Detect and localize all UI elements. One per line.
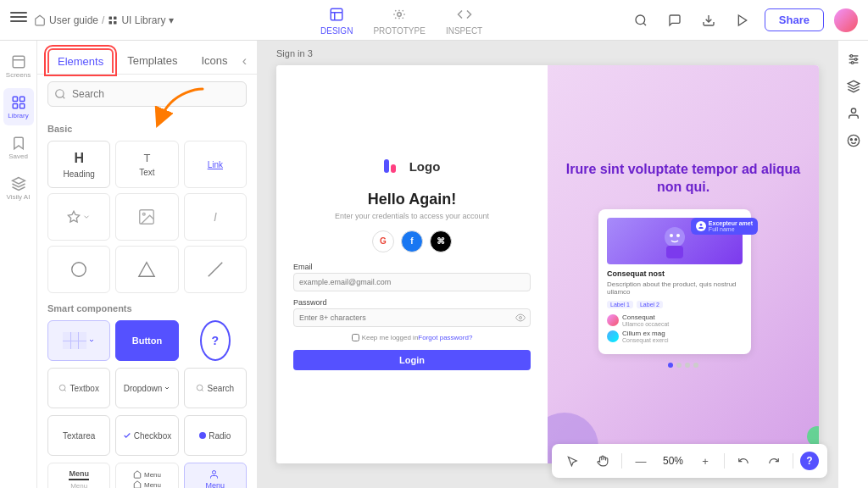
library-breadcrumb-icon <box>108 15 118 25</box>
right-panel-user-icon[interactable] <box>842 102 865 125</box>
menu-item-2[interactable]: Menu Menu <box>115 463 178 488</box>
hamburger-menu-icon[interactable] <box>10 12 27 29</box>
sidebar-item-library[interactable]: Library <box>3 88 34 125</box>
sidebar-label-saved: Saved <box>8 152 28 160</box>
basic-item-italic[interactable]: I <box>184 193 247 241</box>
tab-design[interactable]: DESIGN <box>320 4 353 36</box>
textarea-label: Textarea <box>63 431 95 441</box>
play-icon-btn[interactable] <box>731 8 754 32</box>
user1-name: Consequat <box>622 313 669 321</box>
login-button[interactable]: Login <box>293 350 531 370</box>
search-icon-btn[interactable] <box>629 8 653 32</box>
menu-item-3[interactable]: Menu <box>184 463 247 488</box>
chat-icon-btn[interactable] <box>663 8 687 32</box>
svg-point-30 <box>700 224 703 226</box>
smart-item-textbox[interactable]: Textbox <box>47 368 110 408</box>
tab-elements[interactable]: Elements <box>47 48 114 73</box>
basic-item-text[interactable]: T Text <box>115 141 178 188</box>
google-social-btn[interactable]: G <box>372 230 394 252</box>
line-icon <box>206 260 225 279</box>
smart-item-table[interactable] <box>47 320 110 361</box>
smart-item-checkbox[interactable]: Checkbox <box>115 415 178 456</box>
text-label: Text <box>139 168 154 177</box>
svg-rect-3 <box>114 21 117 25</box>
facebook-social-btn[interactable]: f <box>401 230 423 252</box>
svg-point-35 <box>854 58 857 61</box>
password-field-group: Password <box>293 298 531 327</box>
apple-social-btn[interactable]: ⌘ <box>430 230 452 252</box>
breadcrumb-library[interactable]: UI Library <box>121 14 165 26</box>
card-desc-title: Consequat nost <box>607 269 743 278</box>
redo-btn[interactable] <box>762 449 786 473</box>
tab-prototype[interactable]: PROTOTYPE <box>373 4 426 36</box>
right-panel-layers-icon[interactable] <box>842 75 865 98</box>
basic-item-line[interactable] <box>184 246 247 293</box>
smart-item-dropdown[interactable]: Dropdown <box>115 368 178 408</box>
svg-point-38 <box>851 108 855 113</box>
sidebar-item-visily-ai[interactable]: Visily AI <box>3 169 34 207</box>
checkbox-label: Checkbox <box>134 431 171 441</box>
hand-tool-btn[interactable] <box>591 449 615 473</box>
search-input[interactable] <box>47 81 247 107</box>
topbar-right: Share <box>629 8 858 32</box>
zoom-out-btn[interactable]: — <box>629 449 653 473</box>
right-panel-palette-icon[interactable] <box>842 129 865 152</box>
avatar[interactable] <box>834 8 858 32</box>
email-input[interactable] <box>293 273 531 291</box>
panel-collapse-icon[interactable]: ‹ <box>242 53 247 69</box>
undo-btn[interactable] <box>732 449 755 473</box>
screens-icon <box>11 54 26 69</box>
checkbox-grid: Textarea Checkbox Radio <box>47 415 247 456</box>
right-section: Irure sint voluptate tempor ad aliqua no… <box>548 65 819 463</box>
basic-item-triangle[interactable] <box>115 246 178 293</box>
help-btn[interactable]: ? <box>800 452 819 470</box>
logo-bar-pink <box>391 164 396 173</box>
canvas-inner: Sign in 3 Logo Hello Again! Enter your c… <box>276 65 819 463</box>
right-panel <box>837 41 868 488</box>
basic-item-image[interactable] <box>115 193 178 241</box>
sidebar-item-screens[interactable]: Screens <box>3 47 34 85</box>
sidebar-item-saved[interactable]: Saved <box>3 129 34 166</box>
dot-3[interactable] <box>685 363 690 368</box>
basic-item-star[interactable] <box>47 193 110 241</box>
inspect-tab-icon <box>454 4 475 25</box>
smart-item-button[interactable]: Button <box>115 320 178 361</box>
remember-checkbox[interactable] <box>352 334 359 341</box>
cursor-tool-btn[interactable] <box>560 449 584 473</box>
email-field-group: Email <box>293 263 531 291</box>
search-icon <box>54 88 66 100</box>
breadcrumb-chevron[interactable]: ▾ <box>169 14 174 26</box>
smart-item-help[interactable]: ? <box>200 320 231 361</box>
breadcrumb-home[interactable]: User guide <box>49 14 98 26</box>
menu1-sub: Menu <box>70 482 87 488</box>
share-button[interactable]: Share <box>765 8 824 31</box>
login-section: Logo Hello Again! Enter your credentials… <box>276 65 548 463</box>
basic-item-link[interactable]: Link <box>184 141 247 188</box>
menu2b-preview: Menu <box>133 480 161 488</box>
tab-inspect[interactable]: INSPECT <box>446 4 482 36</box>
tab-templates[interactable]: Templates <box>117 47 187 74</box>
svg-rect-2 <box>109 21 113 25</box>
basic-item-circle[interactable] <box>47 246 110 293</box>
zoom-in-btn[interactable]: + <box>693 449 717 473</box>
divider-3 <box>793 453 793 469</box>
svg-point-26 <box>665 227 685 247</box>
download-icon-btn[interactable] <box>697 8 721 32</box>
forgot-password-link[interactable]: Forgot password? <box>418 334 472 341</box>
smart-item-textarea[interactable]: Textarea <box>47 415 110 456</box>
svg-point-6 <box>636 15 645 25</box>
menu-item-1[interactable]: Menu Menu <box>47 463 110 488</box>
user1-sub: Ullamco occaecat <box>622 321 669 327</box>
tab-icons[interactable]: Icons <box>191 47 237 74</box>
svg-point-41 <box>854 139 856 141</box>
right-panel-settings-icon[interactable] <box>842 47 865 71</box>
smart-item-search[interactable]: Search <box>184 368 247 408</box>
basic-grid: H Heading T Text Link <box>47 141 247 293</box>
dot-1[interactable] <box>668 363 673 368</box>
topbar: User guide / UI Library ▾ DESIGN PROTOTY… <box>0 0 868 41</box>
dot-4[interactable] <box>693 363 698 368</box>
dot-2[interactable] <box>676 363 682 368</box>
basic-item-heading[interactable]: H Heading <box>47 141 110 188</box>
password-input[interactable] <box>293 308 531 327</box>
smart-item-radio[interactable]: Radio <box>184 415 247 456</box>
